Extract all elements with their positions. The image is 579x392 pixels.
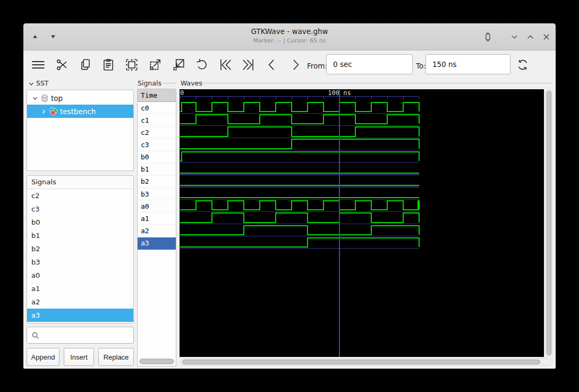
zoom-fit-button[interactable] [124, 57, 139, 72]
close-icon [542, 32, 551, 41]
wave-name-row-c0[interactable]: c0 [138, 102, 176, 114]
signal-browser-item-a3[interactable]: a3 [27, 309, 133, 322]
prev-edge-icon [265, 58, 279, 72]
paste-icon [101, 58, 115, 72]
zoom-out-button[interactable] [171, 57, 186, 72]
signal-browser-item-b1[interactable]: b1 [27, 229, 133, 242]
names-hscrollbar[interactable] [139, 358, 175, 365]
titlebar[interactable]: GTKWave - wave.ghw Marker: -- | Cursor: … [23, 23, 556, 50]
sst-tree-panel: top testbench [27, 90, 134, 171]
desktop-background: GTKWave - wave.ghw Marker: -- | Cursor: … [0, 0, 579, 392]
menu-button[interactable] [31, 57, 46, 72]
sst-tree-item-label: top [51, 94, 63, 103]
sst-frame-label: SST [36, 79, 49, 87]
to-label: To: [416, 62, 426, 70]
to-input[interactable] [425, 54, 510, 74]
wave-name-row-a3[interactable]: a3 [138, 237, 176, 250]
signal-browser-item-c3[interactable]: c3 [27, 202, 133, 216]
menu-icon [31, 58, 46, 72]
signal-browser-item-b0[interactable]: b0 [27, 216, 133, 229]
waves-vscrollbar[interactable] [545, 89, 552, 357]
from-input[interactable] [326, 54, 413, 74]
scope-icon [40, 94, 49, 103]
wave-name-row-a2[interactable]: a2 [138, 225, 176, 237]
signal-browser-item-b2[interactable]: b2 [27, 242, 133, 255]
chevron-up-icon [526, 32, 535, 41]
names-frame-label: Signals [138, 79, 161, 87]
wave-name-row-a0[interactable]: a0 [138, 200, 176, 212]
splitter-right[interactable] [177, 79, 180, 367]
marker-cursor-status: Marker: -- | Cursor: 65 ns [23, 37, 556, 44]
module-icon [49, 107, 58, 116]
chevron-down-icon [510, 32, 519, 41]
zoom-in-icon [148, 58, 162, 72]
to-end-button[interactable] [241, 57, 256, 72]
to-start-icon [218, 58, 232, 72]
chevron-down-button[interactable] [509, 31, 520, 42]
cut-icon [55, 58, 69, 72]
chevron-down-icon[interactable] [31, 95, 39, 102]
cut-button[interactable] [55, 57, 70, 72]
wave-canvas[interactable]: 0100 ns [180, 89, 544, 357]
signal-browser-item-a1[interactable]: a1 [27, 282, 133, 295]
sst-expander[interactable] [28, 80, 35, 88]
signal-browser-item-a0[interactable]: a0 [27, 269, 133, 282]
wave-name-row-c3[interactable]: c3 [138, 139, 176, 151]
chevron-right-icon[interactable] [40, 108, 47, 115]
waves-frame-label: Waves [181, 79, 202, 87]
reload-icon [516, 58, 530, 72]
signal-browser-item-b3[interactable]: b3 [27, 255, 133, 269]
wave-name-row-b3[interactable]: b3 [138, 188, 176, 200]
to-start-button[interactable] [218, 57, 233, 72]
wave-name-row-c2[interactable]: c2 [138, 126, 176, 139]
zoom-in-button[interactable] [148, 57, 163, 72]
from-label: From: [307, 62, 327, 70]
next-edge-button[interactable] [288, 57, 303, 72]
replace-button[interactable]: Replace [98, 348, 134, 366]
window-title: GTKWave - wave.ghw [23, 27, 556, 36]
reload-button[interactable] [515, 57, 530, 72]
close-button[interactable] [541, 31, 551, 42]
waves-hscrollbar[interactable] [181, 359, 552, 365]
chevron-down-icon [28, 81, 35, 87]
copy-icon [79, 58, 92, 72]
restore-icon [483, 32, 492, 41]
waveform-plot: 0100 ns [180, 89, 544, 357]
time-column-header[interactable]: Time [138, 89, 176, 102]
search-input[interactable] [43, 328, 133, 344]
copy-button[interactable] [78, 57, 93, 72]
names-frame-rule [163, 83, 176, 83]
sst-tree-item-label: testbench [60, 107, 96, 116]
chevron-up-button[interactable] [525, 31, 535, 42]
prev-edge-button[interactable] [265, 57, 279, 72]
restore-button[interactable] [482, 31, 493, 42]
wave-name-row-b2[interactable]: b2 [138, 176, 176, 188]
waves-vscrollbar-thumb[interactable] [547, 91, 551, 355]
names-hscrollbar-thumb[interactable] [140, 359, 174, 364]
sst-tree-item-top[interactable]: top [27, 91, 133, 105]
undo-icon [195, 58, 209, 72]
signal-search-field[interactable] [27, 327, 134, 344]
append-button[interactable]: Append [27, 348, 59, 366]
to-end-icon [242, 58, 256, 72]
paste-button[interactable] [101, 57, 116, 72]
zoom-fit-icon [125, 58, 139, 72]
signal-browser-item-a2[interactable]: a2 [27, 295, 133, 309]
waves-panel: 0100 ns [180, 89, 552, 367]
next-edge-icon [288, 58, 302, 72]
waves-frame-rule [202, 83, 552, 83]
insert-button[interactable]: Insert [64, 348, 94, 366]
splitter-left[interactable] [134, 79, 137, 367]
signal-browser-item-c2[interactable]: c2 [27, 189, 133, 202]
wave-names-panel: Time c0c1c2c3b0b1b2b3a0a1a2a3 [137, 89, 176, 367]
wave-name-row-b0[interactable]: b0 [138, 151, 176, 164]
toolbar: From: To: [23, 50, 556, 79]
zoom-out-icon [172, 58, 185, 72]
undo-button[interactable] [194, 57, 209, 72]
waves-hscrollbar-thumb[interactable] [182, 360, 540, 364]
sst-tree-item-testbench[interactable]: testbench [27, 105, 133, 118]
wave-name-row-a1[interactable]: a1 [138, 212, 176, 225]
wave-name-row-c1[interactable]: c1 [138, 114, 176, 126]
signal-browser-header[interactable]: Signals [27, 176, 133, 189]
wave-name-row-b1[interactable]: b1 [138, 164, 176, 176]
